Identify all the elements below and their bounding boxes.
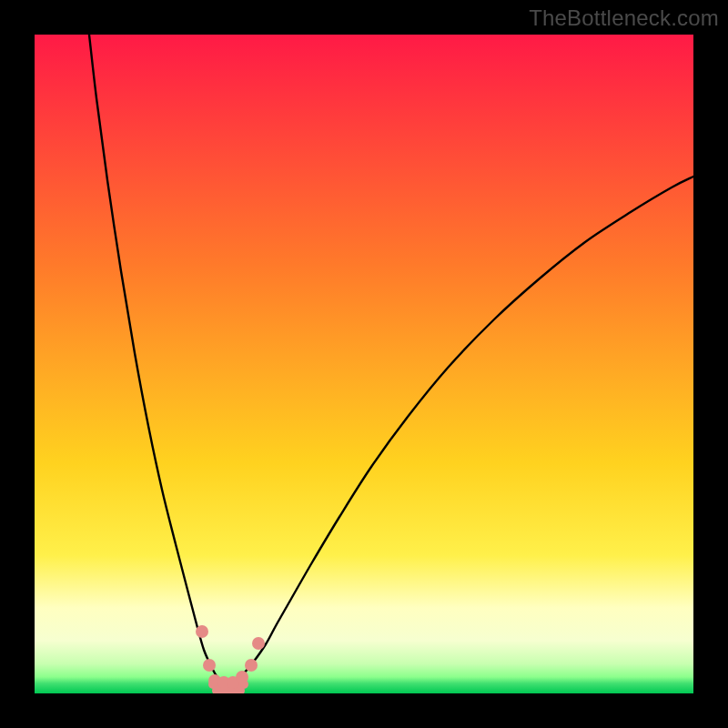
marker-dot [245, 659, 258, 672]
marker-dot [236, 671, 248, 683]
watermark-text: TheBottleneck.com [529, 5, 719, 31]
plot-gradient-area [35, 35, 693, 693]
marker-dot [252, 637, 265, 650]
marker-dot [196, 625, 208, 638]
bottleneck-curve [89, 35, 693, 684]
chart-frame: TheBottleneck.com [0, 0, 728, 728]
marker-dot [203, 659, 216, 672]
bottleneck-curve-svg [35, 35, 693, 693]
